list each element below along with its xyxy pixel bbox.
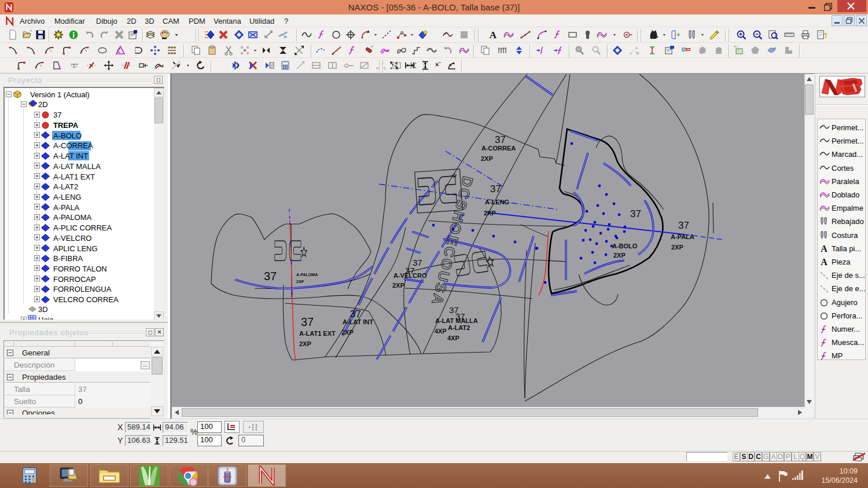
- svg-text:A: A: [821, 244, 827, 254]
- svg-text:A-BOLO: A-BOLO: [612, 243, 638, 249]
- svg-text:A: A: [490, 30, 497, 40]
- svg-text:A-VELCRO: A-VELCRO: [393, 272, 427, 279]
- svg-text:A-LENG: A-LENG: [485, 199, 509, 206]
- svg-text:2XP: 2XP: [613, 252, 626, 259]
- svg-text:2XP: 2XP: [296, 280, 304, 284]
- svg-text:37: 37: [678, 220, 689, 231]
- svg-text:A: A: [821, 257, 827, 267]
- svg-text:A-LAT MALLA: A-LAT MALLA: [435, 317, 478, 324]
- svg-text:2XP: 2XP: [481, 155, 493, 162]
- svg-text:A-PALOMA: A-PALOMA: [296, 273, 318, 277]
- svg-text:4XP: 4XP: [435, 328, 447, 335]
- svg-text:37: 37: [264, 270, 277, 282]
- svg-text:A-PALA: A-PALA: [671, 233, 694, 240]
- svg-text:2XP: 2XP: [484, 210, 496, 217]
- svg-text:37: 37: [630, 208, 641, 219]
- svg-text:2XP: 2XP: [341, 329, 354, 336]
- svg-text:A-LAT1 EXT: A-LAT1 EXT: [299, 330, 336, 337]
- svg-text:2XP: 2XP: [671, 244, 683, 251]
- svg-text:37: 37: [301, 315, 314, 328]
- svg-text:4XP: 4XP: [447, 335, 459, 342]
- svg-text:37: 37: [490, 184, 501, 195]
- svg-text:37: 37: [495, 134, 506, 145]
- svg-text:N: N: [636, 51, 639, 55]
- svg-text:2XP: 2XP: [299, 340, 311, 347]
- svg-text:A-LAT INT: A-LAT INT: [343, 318, 373, 325]
- svg-text:A-CORREA: A-CORREA: [481, 145, 516, 152]
- svg-text:A-LAT2: A-LAT2: [448, 324, 470, 331]
- svg-text:2XP: 2XP: [392, 282, 404, 289]
- svg-text:37: 37: [413, 258, 422, 267]
- svg-text:?: ?: [823, 31, 827, 40]
